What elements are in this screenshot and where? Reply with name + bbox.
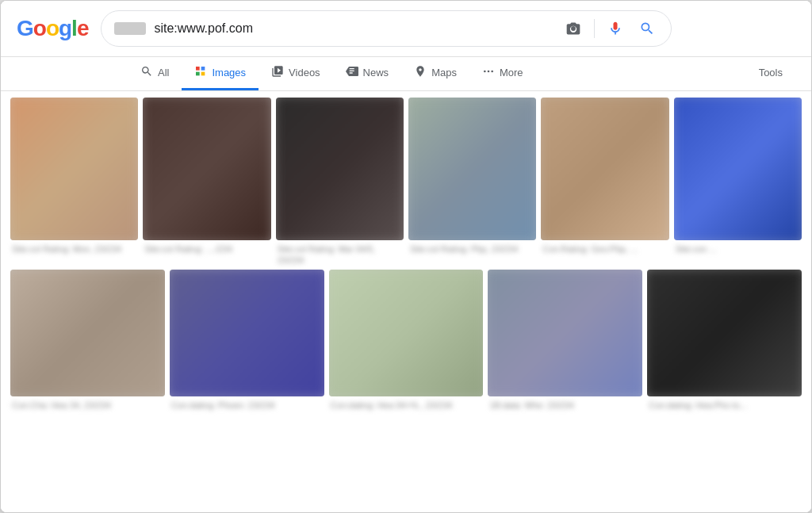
search-input-area: site:www.pof.com [114,21,554,36]
logo-l: l [71,16,77,41]
image-thumb [329,270,484,396]
camera-icon [565,21,581,36]
image-caption: Site:con ... [674,243,802,255]
image-bg [170,270,324,396]
tab-more-label: More [500,67,523,78]
search-action-icons [562,17,658,40]
image-thumb [276,98,404,240]
nav-tabs: All Images Videos News M [1,57,811,91]
tab-videos[interactable]: Videos [259,57,333,90]
svg-rect-1 [201,67,205,71]
image-caption: Site:col Rating: Mon, 23/234 [10,243,138,255]
image-thumb [143,98,270,240]
image-cell-2-3[interactable]: Con:dating: Hea 04+%., 23/234 [329,270,484,411]
image-caption: Site:col Rating: Mar 04/5, 23/234 [276,243,404,266]
images-tab-icon [194,65,207,80]
tab-news[interactable]: News [333,57,402,90]
tab-all-label: All [158,67,169,78]
svg-point-5 [488,71,490,73]
maps-tab-icon [414,65,427,80]
image-row-2: Con:Cha: Hea 34, 23/234 Con:dating: Phoe… [10,270,802,411]
camera-search-button[interactable] [562,17,584,40]
tab-news-label: News [363,67,389,78]
search-bar[interactable]: site:www.pof.com [101,10,672,47]
tab-more[interactable]: More [469,57,536,90]
divider [594,19,595,38]
image-cell-2-4[interactable]: 1B:data: Whe: 23/234 [488,270,642,411]
svg-point-6 [491,71,493,73]
image-cell-1-6[interactable]: Site:con ... [674,98,802,266]
search-icon [639,21,655,36]
tools-button[interactable]: Tools [746,59,795,89]
logo-g2: g [59,16,71,41]
tools-label: Tools [759,67,783,78]
logo-e: e [77,16,89,41]
image-grid-area: Site:col Rating: Mon, 23/234 Site:col Ra… [1,91,811,512]
image-row-1: Site:col Rating: Mon, 23/234 Site:col Ra… [10,98,802,266]
image-thumb [647,270,802,396]
news-tab-icon [346,65,358,80]
search-blur [114,22,146,35]
image-bg [276,98,404,240]
search-query: site:www.pof.com [154,21,252,36]
image-caption: Con:dating: Hea:Pho to... [647,400,802,411]
image-cell-1-2[interactable]: Site:col Rating: ..../234 [143,98,270,266]
video-tab-icon [271,65,284,80]
tab-images-label: Images [212,67,246,78]
voice-search-button[interactable] [604,17,626,40]
image-bg [541,98,668,240]
image-cell-2-1[interactable]: Con:Cha: Hea 34, 23/234 [10,270,165,411]
mic-icon [607,21,623,36]
image-cell-2-2[interactable]: Con:dating: Phoen: 23/234 [170,270,324,411]
image-bg [10,98,138,240]
image-caption: Con:Cha: Hea 34, 23/234 [10,400,165,411]
more-tab-icon [482,65,495,80]
image-thumb [674,98,802,240]
image-thumb [541,98,668,240]
tab-videos-label: Videos [289,67,320,78]
image-thumb [170,270,324,396]
logo-o1: o [33,16,46,41]
image-caption: Con:Rating: Geo:Pbp, ... [541,243,668,255]
image-bg [329,270,484,396]
image-bg [647,270,802,396]
image-caption: Con:dating: Hea 04+%., 23/234 [329,400,484,411]
google-logo[interactable]: Google [17,16,88,41]
image-caption: 1B:data: Whe: 23/234 [488,400,642,411]
browser-window: Google site:www.pof.com [0,0,812,513]
image-caption: Con:dating: Phoen: 23/234 [170,400,324,411]
image-cell-1-4[interactable]: Site:col Rating: Pbp, 23/234 [408,98,536,266]
image-bg [143,98,270,240]
search-tab-icon [140,65,153,80]
image-thumb [408,98,536,240]
image-caption: Site:col Rating: Pbp, 23/234 [408,243,536,255]
search-submit-button[interactable] [636,17,658,40]
tab-images[interactable]: Images [182,57,259,90]
image-bg [488,270,642,396]
image-bg [10,270,165,396]
header: Google site:www.pof.com [1,1,811,57]
logo-g: G [17,16,33,41]
image-bg [674,98,802,240]
image-cell-1-3[interactable]: Site:col Rating: Mar 04/5, 23/234 [276,98,404,266]
tab-all[interactable]: All [128,57,182,90]
image-cell-1-1[interactable]: Site:col Rating: Mon, 23/234 [10,98,138,266]
image-thumb [10,98,138,240]
tab-maps-label: Maps [431,67,457,78]
image-cell-1-5[interactable]: Con:Rating: Geo:Pbp, ... [541,98,668,266]
svg-point-4 [484,71,486,73]
tab-maps[interactable]: Maps [401,57,469,90]
logo-o2: o [46,16,59,41]
svg-rect-0 [196,67,200,71]
svg-rect-3 [201,72,205,76]
image-cell-2-5[interactable]: Con:dating: Hea:Pho to... [647,270,802,411]
image-caption: Site:col Rating: ..../234 [143,243,270,255]
image-thumb [488,270,642,396]
image-bg [408,98,536,240]
svg-rect-2 [196,72,200,76]
image-thumb [10,270,165,396]
